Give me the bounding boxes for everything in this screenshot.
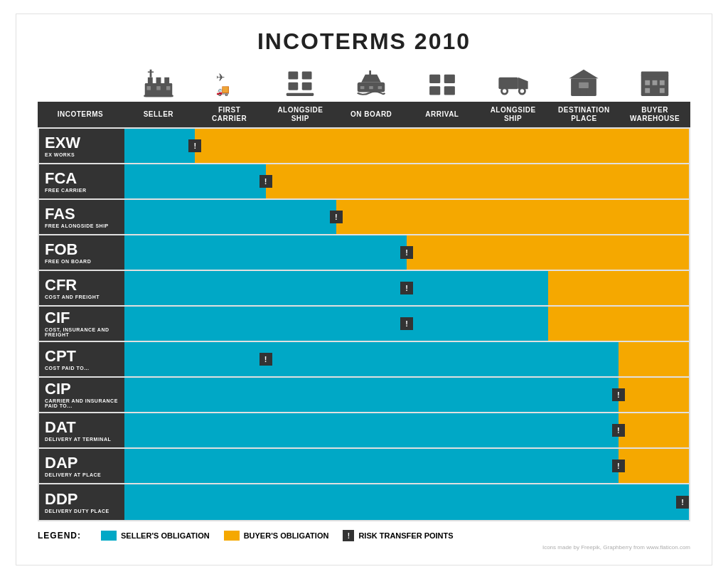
buyer-bar <box>619 449 689 483</box>
table-row: DATDELIVERY AT TERMINAL! <box>39 413 689 449</box>
page-title: INCOTERMS 2010 <box>38 28 690 55</box>
icon-alongside-ship2 <box>478 68 549 99</box>
svg-rect-40 <box>653 80 658 85</box>
svg-rect-22 <box>429 75 440 83</box>
icons-row: ✈🚚 <box>38 68 690 99</box>
buyer-bar <box>266 164 690 198</box>
bar-area: ! <box>124 164 689 198</box>
svg-rect-26 <box>498 78 518 90</box>
risk-point: ! <box>188 139 201 152</box>
row-code: CFR <box>45 277 77 293</box>
bar-area: ! <box>124 129 689 163</box>
svg-rect-4 <box>144 95 173 97</box>
table-row: FASFREE ALONGSIDE SHIP! <box>39 200 689 235</box>
row-label: EXWEX WORKS <box>39 129 124 163</box>
seller-bar <box>124 484 689 520</box>
svg-rect-12 <box>302 72 312 80</box>
svg-rect-19 <box>360 86 365 89</box>
header-arrival: ARRIVAL <box>407 106 478 123</box>
svg-rect-39 <box>645 80 650 85</box>
risk-point: ! <box>612 460 625 472</box>
row-code: CIP <box>45 381 71 397</box>
legend-buyer-item: BUYER'S OBLIGATION <box>224 531 329 541</box>
header-row: INCOTERMS SELLER FIRSTCARRIER ALONGSIDES… <box>38 102 690 127</box>
row-code: FCA <box>45 171 77 186</box>
table-row: FCAFREE CARRIER! <box>39 164 689 200</box>
row-code: DAT <box>45 420 76 435</box>
header-buyer-warehouse: BUYERWAREHOUSE <box>619 102 690 127</box>
svg-rect-13 <box>289 83 299 90</box>
svg-rect-44 <box>651 88 659 96</box>
bar-area: ! <box>124 484 689 520</box>
row-code: DDP <box>45 492 77 507</box>
row-name: EX WORKS <box>45 152 75 157</box>
row-name: CARRIER AND INSURANCE PAID TO... <box>45 398 119 408</box>
row-name: FREE ON BOARD <box>45 259 91 264</box>
row-label: CPTCOST PAID TO... <box>39 342 124 376</box>
legend-seller-label: SELLER'S OBLIGATION <box>121 531 210 540</box>
row-name: COST, INSURANCE AND FREIGHT <box>45 327 119 337</box>
row-label: DAPDELIVERY AT PLACE <box>39 449 124 483</box>
risk-point: ! <box>612 388 625 401</box>
icon-on-board <box>336 68 407 99</box>
row-label: CIFCOST, INSURANCE AND FREIGHT <box>39 307 124 341</box>
row-label: FASFREE ALONGSIDE SHIP <box>39 200 124 234</box>
row-label: FCAFREE CARRIER <box>39 164 124 198</box>
risk-point: ! <box>612 424 625 437</box>
header-incoterms: INCOTERMS <box>38 106 123 123</box>
bar-area: ! <box>124 271 689 305</box>
row-name: COST PAID TO... <box>45 366 89 371</box>
row-label: DDPDELIVERY DUTY PLACE <box>39 484 124 520</box>
svg-marker-8 <box>148 70 154 78</box>
svg-rect-14 <box>302 83 312 90</box>
svg-rect-38 <box>641 72 669 77</box>
header-destination-place: DESTINATIONPLACE <box>549 102 620 127</box>
header-alongside-ship: ALONGSIDESHIP <box>265 102 336 127</box>
svg-rect-21 <box>378 86 382 89</box>
svg-rect-6 <box>156 86 161 90</box>
svg-text:🚚: 🚚 <box>215 83 229 97</box>
row-name: DELIVERY AT PLACE <box>45 472 101 477</box>
row-label: CIPCARRIER AND INSURANCE PAID TO... <box>39 378 124 412</box>
buyer-bar <box>336 200 689 234</box>
icon-arrival <box>407 68 478 99</box>
svg-rect-36 <box>579 83 589 88</box>
table-row: CPTCOST PAID TO...! <box>39 342 689 378</box>
table-row: CIPCARRIER AND INSURANCE PAID TO...! <box>39 378 689 413</box>
icon-destination-place <box>549 68 620 99</box>
bar-area: ! <box>124 413 689 447</box>
row-name: FREE CARRIER <box>45 188 87 193</box>
legend-seller-box <box>101 531 117 541</box>
row-name: FREE ALONGSIDE SHIP <box>45 223 109 228</box>
main-container: INCOTERMS 2010 ✈🚚 <box>16 14 712 565</box>
risk-point: ! <box>400 246 413 259</box>
svg-rect-25 <box>444 86 455 95</box>
seller-bar <box>124 342 619 376</box>
svg-text:✈: ✈ <box>215 71 225 83</box>
legend-risk-label: RISK TRANSFER POINTS <box>358 531 453 540</box>
table-row: EXWEX WORKS! <box>39 129 689 164</box>
legend-buyer-label: BUYER'S OBLIGATION <box>244 531 329 540</box>
seller-bar <box>124 200 336 234</box>
buyer-bar <box>407 235 689 270</box>
row-code: FAS <box>45 206 75 222</box>
bar-area: ! <box>124 342 689 376</box>
svg-rect-42 <box>645 88 650 93</box>
row-label: DATDELIVERY AT TERMINAL <box>39 413 124 447</box>
legend-risk-item: ! RISK TRANSFER POINTS <box>343 530 453 541</box>
risk-point: ! <box>330 211 343 223</box>
bar-area: ! <box>124 449 689 483</box>
legend-buyer-box <box>224 531 240 541</box>
bar-area: ! <box>124 378 689 412</box>
legend-risk-icon: ! <box>343 530 354 541</box>
bar-area: ! <box>124 307 689 341</box>
svg-rect-11 <box>289 72 299 80</box>
icon-buyer-warehouse <box>619 68 690 99</box>
header-on-board: ON BOARD <box>336 106 407 123</box>
seller-bar <box>124 307 548 341</box>
svg-rect-18 <box>369 70 371 81</box>
icon-seller <box>123 68 194 99</box>
table-row: DAPDELIVERY AT PLACE! <box>39 449 689 484</box>
row-code: EXW <box>45 135 80 151</box>
row-label: FOBFREE ON BOARD <box>39 235 124 270</box>
